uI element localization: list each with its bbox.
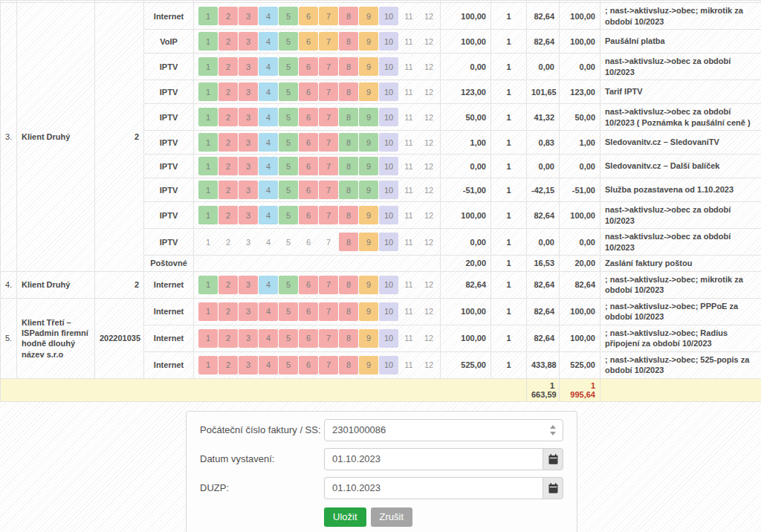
months-strip: [194, 256, 441, 272]
invoice-form-panel: Počáteční číslo faktury / SS: Datum vyst…: [186, 411, 577, 532]
month-cell: 10: [379, 206, 398, 224]
month-cell: 11: [399, 133, 418, 152]
month-cell: 7: [319, 181, 338, 199]
totals-note-spacer: [600, 378, 761, 401]
cancel-button[interactable]: Zrušit: [371, 507, 413, 527]
months-row: 123456789101112: [198, 276, 435, 294]
month-cell: 12: [419, 329, 438, 348]
months-row: 123456789101112: [198, 302, 435, 321]
service-type: Internet: [144, 271, 194, 298]
client-name: Klient Třetí – ISPadmin firemní hodně dl…: [17, 298, 95, 378]
spinner-down-icon[interactable]: [550, 432, 556, 435]
month-cell: 9: [359, 133, 378, 152]
net-cell: -42,15: [527, 178, 560, 202]
price-cell: 82,64: [441, 271, 491, 298]
gross-cell: 525,00: [560, 351, 600, 378]
client-number: 202201035: [95, 298, 144, 378]
save-button[interactable]: Uložit: [324, 507, 366, 527]
net-cell: 0,00: [527, 229, 560, 256]
spinner-up-icon[interactable]: [550, 425, 556, 429]
month-cell: 5: [279, 181, 298, 199]
month-cell: 2: [218, 157, 238, 175]
service-type: Internet: [144, 351, 194, 378]
net-cell: 82,64: [527, 325, 560, 351]
month-cell: 11: [399, 302, 418, 321]
price-cell: 100,00: [441, 202, 491, 229]
months-row: 123456789101112: [198, 32, 435, 51]
client-name: Klient Druhý: [17, 271, 95, 298]
month-cell: 6: [299, 181, 318, 199]
note-cell: Paušální platba: [600, 30, 761, 53]
total-gross: 1 995,64: [560, 378, 600, 401]
month-cell: 4: [259, 276, 278, 294]
note-cell: ; nast->aktivsluz->obec; mikrotik za obd…: [600, 3, 761, 30]
month-cell: 4: [259, 233, 278, 251]
service-row: 3.Klient Druhý2Internet12345678910111210…: [1, 3, 761, 30]
month-cell: 5: [279, 356, 298, 374]
invoice-number-label: Počáteční číslo faktury / SS:: [200, 424, 324, 435]
gross-cell: 100,00: [560, 298, 600, 325]
month-cell: 11: [399, 82, 418, 101]
months-strip: 123456789101112: [194, 3, 441, 30]
month-cell: 9: [359, 329, 378, 348]
month-cell: 10: [379, 7, 398, 25]
service-type: IPTV: [144, 155, 194, 178]
total-net: 1 663,59: [527, 378, 560, 401]
month-cell: 9: [359, 32, 378, 51]
price-cell: 100,00: [441, 3, 491, 30]
note-cell: ; nast->aktivsluz->obec; PPPoE za období…: [600, 298, 761, 325]
net-cell: 433,88: [527, 351, 560, 378]
month-cell: 9: [359, 157, 378, 175]
invoice-number-input[interactable]: [325, 420, 543, 441]
invoice-preview-table: 3.Klient Druhý2Internet12345678910111210…: [0, 0, 761, 402]
month-cell: 6: [299, 82, 318, 101]
month-cell: 3: [239, 302, 258, 321]
month-cell: 12: [419, 157, 438, 175]
price-cell: 0,00: [441, 53, 491, 80]
month-cell: 10: [379, 233, 398, 251]
net-cell: 41,32: [527, 104, 560, 131]
month-cell: 5: [279, 82, 298, 101]
month-cell: 9: [359, 82, 378, 101]
month-cell: 3: [239, 157, 258, 175]
month-cell: 3: [239, 206, 258, 224]
month-cell: 12: [419, 133, 438, 152]
issue-date-input[interactable]: [324, 448, 543, 470]
month-cell: 3: [239, 356, 258, 374]
duzp-input[interactable]: [324, 477, 543, 499]
row-index: 4.: [1, 271, 17, 298]
months-strip: 123456789101112: [194, 298, 441, 325]
months-strip: 123456789101112: [194, 271, 441, 298]
month-cell: 8: [339, 32, 358, 51]
number-spinner[interactable]: [543, 420, 563, 441]
month-cell: 7: [319, 302, 338, 321]
month-cell: 9: [359, 57, 378, 76]
duzp-calendar-button[interactable]: [543, 477, 563, 499]
month-cell: 5: [279, 108, 298, 126]
months-row: 123456789101112: [198, 57, 435, 76]
month-cell: 10: [379, 329, 398, 348]
net-cell: 16,53: [527, 256, 560, 272]
month-cell: 8: [339, 108, 358, 126]
price-cell: 100,00: [441, 30, 491, 53]
net-cell: 0,00: [527, 155, 560, 178]
month-cell: 7: [319, 108, 338, 126]
qty-cell: 1: [491, 104, 527, 131]
month-cell: 4: [259, 7, 278, 25]
month-cell: 6: [299, 329, 318, 348]
month-cell: 8: [339, 356, 358, 374]
month-cell: 2: [218, 302, 238, 321]
month-cell: 6: [299, 133, 318, 152]
month-cell: 8: [339, 82, 358, 101]
month-cell: 6: [299, 157, 318, 175]
service-type: IPTV: [144, 53, 194, 80]
qty-cell: 1: [491, 30, 527, 53]
months-strip: 123456789101112: [194, 80, 441, 104]
issue-date-calendar-button[interactable]: [543, 448, 563, 470]
net-cell: 82,64: [527, 271, 560, 298]
month-cell: 9: [359, 108, 378, 126]
month-cell: 8: [339, 206, 358, 224]
price-cell: 100,00: [441, 325, 491, 351]
qty-cell: 1: [491, 178, 527, 202]
invoice-number-row: Počáteční číslo faktury / SS:: [200, 419, 563, 441]
